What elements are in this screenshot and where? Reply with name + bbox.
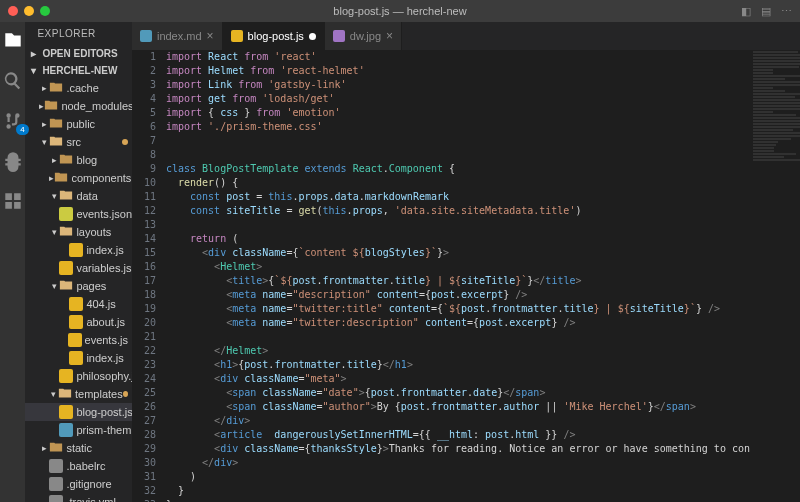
code-line[interactable]: const post = this.props.data.markdownRem… xyxy=(166,190,750,204)
file-label: prism-theme.css xyxy=(76,424,132,436)
file-item[interactable]: philosophy.js xyxy=(25,367,132,385)
file-label: index.js xyxy=(86,352,123,364)
project-section[interactable]: ▾ HERCHEL-NEW xyxy=(25,62,132,79)
code-line[interactable]: } xyxy=(166,484,750,498)
code-content[interactable]: import React from 'react'import Helmet f… xyxy=(166,50,750,502)
code-line[interactable]: </div> xyxy=(166,456,750,470)
minimap[interactable] xyxy=(750,50,800,502)
search-icon[interactable] xyxy=(2,70,24,92)
folder-item[interactable]: ▸static xyxy=(25,439,132,457)
file-item[interactable]: variables.js xyxy=(25,259,132,277)
file-item[interactable]: index.js xyxy=(25,241,132,259)
file-item[interactable]: events.json xyxy=(25,205,132,223)
file-label: layouts xyxy=(76,226,111,238)
code-line[interactable]: <span className="author">By {post.frontm… xyxy=(166,400,750,414)
file-label: philosophy.js xyxy=(76,370,132,382)
folder-item[interactable]: ▸public xyxy=(25,115,132,133)
close-tab-icon[interactable]: × xyxy=(386,29,393,43)
code-line[interactable]: import { css } from 'emotion' xyxy=(166,106,750,120)
chevron-right-icon: ▸ xyxy=(39,443,49,453)
folder-item[interactable]: ▸components xyxy=(25,169,132,187)
code-line[interactable] xyxy=(166,148,750,162)
explorer-icon[interactable] xyxy=(2,30,24,52)
code-line[interactable]: <meta name="description" content={post.e… xyxy=(166,288,750,302)
tab-label: blog-post.js xyxy=(248,30,304,42)
code-line[interactable] xyxy=(166,218,750,232)
file-label: .babelrc xyxy=(66,460,105,472)
code-line[interactable]: class BlogPostTemplate extends React.Com… xyxy=(166,162,750,176)
file-item[interactable]: prism-theme.css xyxy=(25,421,132,439)
file-item[interactable]: events.js xyxy=(25,331,132,349)
folder-item[interactable]: ▾data xyxy=(25,187,132,205)
code-line[interactable]: <span className="date">{post.frontmatter… xyxy=(166,386,750,400)
file-label: components xyxy=(71,172,131,184)
code-line[interactable]: <article dangerouslySetInnerHTML={{ __ht… xyxy=(166,428,750,442)
maximize-window-icon[interactable] xyxy=(40,6,50,16)
code-line[interactable]: } xyxy=(166,498,750,502)
editor-tab[interactable]: index.md× xyxy=(132,22,223,50)
code-line[interactable]: import React from 'react' xyxy=(166,50,750,64)
editor-tab[interactable]: blog-post.js xyxy=(223,22,325,50)
code-line[interactable]: <meta name="twitter:title" content={`${p… xyxy=(166,302,750,316)
code-line[interactable]: import './prism-theme.css' xyxy=(166,120,750,134)
close-window-icon[interactable] xyxy=(8,6,18,16)
folder-item[interactable]: ▾layouts xyxy=(25,223,132,241)
file-item[interactable]: .babelrc xyxy=(25,457,132,475)
chevron-right-icon: ▸ xyxy=(31,48,39,59)
file-label: events.js xyxy=(85,334,128,346)
code-line[interactable]: import Link from 'gatsby-link' xyxy=(166,78,750,92)
code-line[interactable]: <meta name="twitter:description" content… xyxy=(166,316,750,330)
modified-indicator-icon xyxy=(123,391,128,397)
chevron-down-icon: ▾ xyxy=(31,65,39,76)
code-line[interactable]: const siteTitle = get(this.props, 'data.… xyxy=(166,204,750,218)
file-label: index.js xyxy=(86,244,123,256)
code-line[interactable]: import get from 'lodash/get' xyxy=(166,92,750,106)
file-item[interactable]: about.js xyxy=(25,313,132,331)
code-line[interactable]: <h1>{post.frontmatter.title}</h1> xyxy=(166,358,750,372)
folder-item[interactable]: ▾templates xyxy=(25,385,132,403)
folder-open-icon xyxy=(59,224,76,240)
line-gutter: 1234567891011121314151617181920212223242… xyxy=(132,50,166,502)
code-line[interactable] xyxy=(166,330,750,344)
code-line[interactable]: import Helmet from 'react-helmet' xyxy=(166,64,750,78)
folder-item[interactable]: ▾pages xyxy=(25,277,132,295)
code-line[interactable]: ) xyxy=(166,470,750,484)
code-line[interactable]: <title>{`${post.frontmatter.title} | ${s… xyxy=(166,274,750,288)
code-line[interactable]: <div className="meta"> xyxy=(166,372,750,386)
editor-tabs: index.md×blog-post.jsdw.jpg× xyxy=(132,22,800,50)
open-editors-section[interactable]: ▸ OPEN EDITORS xyxy=(25,45,132,62)
code-line[interactable]: return ( xyxy=(166,232,750,246)
folder-item[interactable]: ▾src xyxy=(25,133,132,151)
file-item[interactable]: .gitignore xyxy=(25,475,132,493)
file-item[interactable]: index.js xyxy=(25,349,132,367)
code-line[interactable]: <div className={`content ${blogStyles}`}… xyxy=(166,246,750,260)
code-line[interactable]: <Helmet> xyxy=(166,260,750,274)
file-item[interactable]: blog-post.js xyxy=(25,403,132,421)
code-line[interactable]: <div className={thanksStyle}>Thanks for … xyxy=(166,442,750,456)
code-line[interactable]: render() { xyxy=(166,176,750,190)
layout-sidebar-icon[interactable]: ◧ xyxy=(741,5,751,18)
folder-item[interactable]: ▸blog xyxy=(25,151,132,169)
code-editor[interactable]: 1234567891011121314151617181920212223242… xyxy=(132,50,800,502)
editor-tab[interactable]: dw.jpg× xyxy=(325,22,402,50)
split-editor-icon[interactable]: ▤ xyxy=(761,5,771,18)
more-icon[interactable]: ⋯ xyxy=(781,5,792,18)
debug-icon[interactable] xyxy=(2,150,24,172)
minimize-window-icon[interactable] xyxy=(24,6,34,16)
file-label: blog xyxy=(76,154,97,166)
folder-item[interactable]: ▸node_modules xyxy=(25,97,132,115)
file-label: about.js xyxy=(86,316,125,328)
file-item[interactable]: 404.js xyxy=(25,295,132,313)
code-line[interactable]: </Helmet> xyxy=(166,344,750,358)
folder-open-icon xyxy=(59,278,76,294)
source-control-icon[interactable] xyxy=(2,110,24,132)
extensions-icon[interactable] xyxy=(2,190,24,212)
open-editors-label: OPEN EDITORS xyxy=(42,48,117,59)
close-tab-icon[interactable]: × xyxy=(207,29,214,43)
code-line[interactable]: </div> xyxy=(166,414,750,428)
file-tree: ▸.cache▸node_modules▸public▾src▸blog▸com… xyxy=(25,79,132,502)
chevron-down-icon: ▾ xyxy=(49,389,58,399)
folder-item[interactable]: ▸.cache xyxy=(25,79,132,97)
code-line[interactable] xyxy=(166,134,750,148)
file-item[interactable]: .travis.yml xyxy=(25,493,132,502)
